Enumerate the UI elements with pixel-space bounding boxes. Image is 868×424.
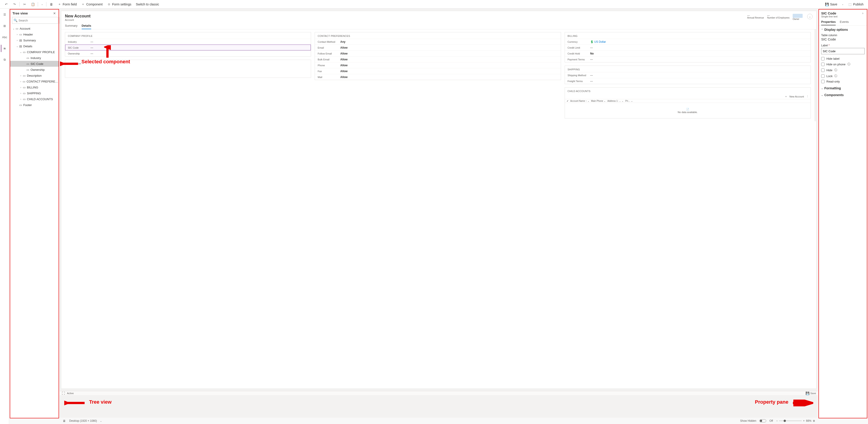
prop-checkbox-row[interactable]: Lockⓘ [819, 73, 867, 79]
info-icon[interactable]: ⓘ [834, 68, 837, 72]
fit-icon[interactable]: ⊕ [813, 419, 815, 422]
undo-button[interactable]: ↶ [2, 0, 10, 8]
label-input[interactable] [821, 48, 865, 54]
chevron-icon[interactable]: › [16, 39, 19, 42]
section-shipping[interactable]: SHIPPINGShipping Method---Freight Terms-… [565, 66, 811, 84]
redo-button[interactable]: ↷ [10, 0, 19, 8]
form-field[interactable]: Ownership--- [65, 51, 311, 56]
tree-item[interactable]: ›▭Header [10, 31, 59, 37]
prop-tab[interactable]: Events [840, 20, 849, 25]
chevron-icon[interactable]: › [19, 86, 22, 89]
tree-item[interactable]: ›▭BILLING [10, 84, 59, 90]
checkbox[interactable] [821, 74, 825, 78]
form-field[interactable]: SIC Code--- [65, 44, 311, 51]
tree-item[interactable]: ›▤Summary [10, 37, 59, 43]
form-field[interactable]: FaxAllow [315, 68, 561, 74]
device-label[interactable]: Desktop (1920 × 1080) [69, 419, 97, 422]
form-field[interactable]: Currency💲 US Dollar [565, 39, 810, 44]
add-component-button[interactable]: ＋Component [79, 0, 105, 8]
search-input[interactable] [19, 19, 57, 22]
prop-checkbox-row[interactable]: Hideⓘ [819, 67, 867, 73]
section-billing[interactable]: BILLINGCurrency💲 US DollarCredit Limit--… [565, 32, 811, 62]
paste-button[interactable]: 📋 [29, 0, 37, 8]
add-form-field-button[interactable]: ＋Form field [55, 0, 79, 8]
tree-item[interactable]: ›▭CHILD ACCOUNTS [10, 96, 59, 102]
show-hidden-toggle[interactable] [760, 419, 766, 422]
rail-other-icon[interactable]: ⧉ [1, 56, 8, 63]
form-tab[interactable]: Details [82, 23, 91, 29]
tree-item[interactable]: ⌄▤Details [10, 43, 59, 49]
checkbox[interactable] [821, 80, 825, 83]
expand-icon[interactable]: ⛶ [62, 391, 65, 395]
delete-button[interactable]: 🗑 [47, 0, 55, 8]
zoom-out-button[interactable]: − [776, 419, 778, 422]
section-contact-preferences[interactable]: CONTACT PREFERENCESContact MethodAnyEmai… [315, 32, 561, 80]
chevron-icon[interactable]: › [19, 92, 22, 95]
info-icon[interactable]: ⓘ [834, 74, 837, 78]
column-header[interactable]: Address 1: … ⌄ [608, 100, 623, 102]
chevron-icon[interactable]: ⌄ [16, 45, 19, 47]
rail-hamburger[interactable]: ☰ [1, 11, 8, 18]
chevron-icon[interactable]: › [19, 74, 22, 77]
form-field[interactable]: Bulk EmailAllow [315, 56, 561, 62]
section-components[interactable]: ⌄Components [819, 91, 867, 98]
switch-classic-button[interactable]: Switch to classic [133, 0, 161, 8]
tree-item[interactable]: ▭Industry [10, 55, 59, 61]
save-button[interactable]: 💾Save [823, 0, 839, 8]
chevron-icon[interactable]: › [16, 33, 19, 36]
tree-item[interactable]: ▭SIC Code [10, 61, 59, 67]
zoom-in-button[interactable]: + [803, 419, 805, 422]
canvas-scrollbar[interactable] [814, 29, 816, 121]
section-description[interactable]: Description [65, 60, 311, 78]
expand-icon[interactable]: › [861, 11, 865, 15]
form-tab[interactable]: Summary [65, 23, 78, 29]
prop-checkbox-row[interactable]: Hide label [819, 56, 867, 61]
plus-icon[interactable]: ＋ [785, 95, 787, 98]
tree-item[interactable]: ›▭Description [10, 73, 59, 78]
form-field[interactable]: MailAllow [315, 74, 561, 80]
prop-checkbox-row[interactable]: Read-only [819, 79, 867, 84]
form-field[interactable]: Credit HoldNo [565, 51, 810, 56]
section-company-profile[interactable]: COMPANY PROFILEIndustry---SIC Code---Own… [65, 32, 311, 57]
status-save[interactable]: Save [810, 392, 816, 395]
chevron-icon[interactable]: ⌄ [19, 51, 22, 53]
header-chevron[interactable]: ⌄ [807, 14, 813, 19]
prop-tab[interactable]: Properties [821, 20, 836, 25]
chevron-icon[interactable]: › [19, 80, 22, 83]
rail-tree-icon[interactable]: ≋ [1, 45, 8, 52]
column-header[interactable]: Pri… ⌄ [625, 100, 633, 102]
more-icon[interactable]: ⋮ [806, 95, 809, 98]
publish-button[interactable]: ⬚Publish [846, 0, 866, 8]
checkbox[interactable] [821, 68, 825, 72]
info-icon[interactable]: ⓘ [847, 62, 850, 66]
form-settings-button[interactable]: ⛭Form settings [105, 0, 134, 8]
tree-item[interactable]: ▭Ownership [10, 67, 59, 73]
chevron-icon[interactable]: ⌄ [12, 27, 15, 30]
tree-search[interactable]: 🔍 [12, 17, 58, 24]
rail-fields-icon[interactable]: Abc [1, 33, 8, 41]
form-field[interactable]: Freight Terms--- [565, 78, 810, 84]
form-field[interactable]: Credit Limit--- [565, 44, 810, 51]
zoom-control[interactable]: − + 66% ⊕ [776, 419, 815, 422]
form-field[interactable]: EmailAllow [315, 44, 561, 51]
form-field[interactable]: PhoneAllow [315, 62, 561, 68]
close-icon[interactable]: ✕ [53, 11, 56, 15]
tree-item[interactable]: ⌄▭Account [10, 26, 59, 31]
chevron-down-icon[interactable]: ⌄ [100, 420, 102, 422]
form-field[interactable]: Contact MethodAny [315, 39, 561, 44]
save-chevron[interactable]: ⌄ [839, 0, 846, 8]
cut-button[interactable]: ✂ [21, 0, 29, 8]
form-field[interactable]: Payment Terms--- [565, 56, 810, 62]
form-field[interactable]: Industry--- [65, 39, 311, 44]
column-header[interactable]: Main Phone ⌄ [591, 100, 606, 102]
checkbox[interactable] [821, 63, 825, 66]
column-header[interactable]: Account Name ↑ ⌄ [570, 100, 589, 102]
section-display-options[interactable]: ⌃Display options [819, 26, 867, 32]
tree-item[interactable]: ›▭CONTACT PREFEREN… [10, 78, 59, 84]
save-icon[interactable]: 💾 [806, 391, 809, 395]
new-account-button[interactable]: New Account [789, 95, 804, 98]
form-canvas[interactable]: New Account Account ---Annual Revenue---… [61, 11, 816, 389]
section-child-accounts[interactable]: CHILD ACCOUNTS＋New Account⋮✔Account Name… [565, 87, 811, 119]
tree-item[interactable]: ▭Footer [10, 102, 59, 108]
form-field[interactable]: Shipping Method--- [565, 72, 810, 78]
